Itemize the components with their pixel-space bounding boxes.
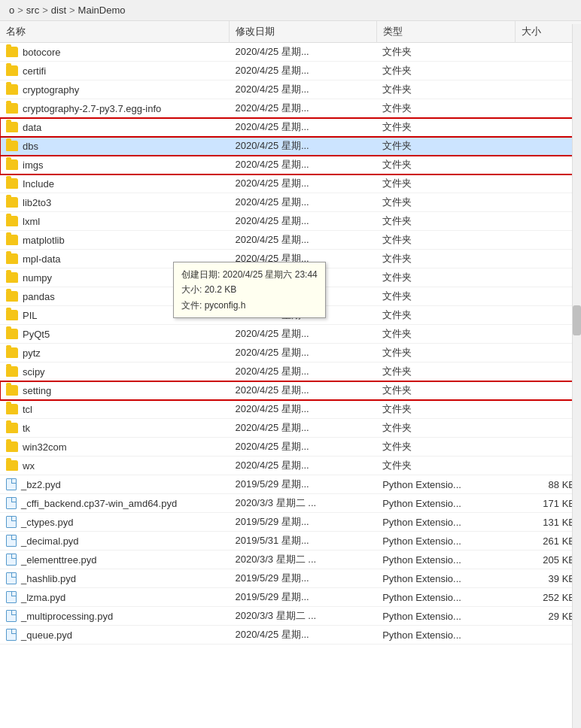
table-row[interactable]: mpl-data2020/4/25 星期...文件夹 <box>0 250 581 268</box>
table-row[interactable]: cryptography-2.7-py3.7.egg-info2020/4/25… <box>0 99 581 118</box>
folder-icon <box>6 235 18 245</box>
file-icon <box>6 478 17 490</box>
table-row[interactable]: lib2to32020/4/25 星期...文件夹 <box>0 193 581 212</box>
table-row[interactable]: pytz2020/4/25 星期...文件夹 <box>0 344 581 362</box>
folder-icon <box>6 84 18 95</box>
file-icon <box>6 554 17 566</box>
file-size <box>516 419 581 438</box>
col-header-name[interactable]: 名称 <box>0 21 229 43</box>
file-type: 文件夹 <box>376 174 516 193</box>
file-size <box>516 156 581 174</box>
table-row[interactable]: data2020/4/25 星期...文件夹 <box>0 118 581 137</box>
table-row[interactable]: _decimal.pyd2019/5/31 星期...Python Extens… <box>0 532 581 551</box>
scrollbar-track[interactable] <box>572 24 581 728</box>
file-size <box>516 99 581 118</box>
table-row[interactable]: _elementtree.pyd2020/3/3 星期二 ...Python E… <box>0 551 581 569</box>
file-date: 2020/4/25 星期... <box>229 381 376 400</box>
file-name: _ctypes.pyd <box>21 517 73 528</box>
file-date: 2020/4/25 星期... <box>229 231 376 250</box>
file-type: 文件夹 <box>376 381 516 400</box>
file-size: 39 KB <box>516 569 581 588</box>
file-date: 2020/3/3 星期二 ... <box>229 551 376 569</box>
file-name: certifi <box>23 65 46 77</box>
file-icon <box>6 591 17 603</box>
file-table: 名称 修改日期 类型 大小 botocore2020/4/25 星期...文件夹… <box>0 21 581 645</box>
table-row[interactable]: numpy2020/4/25 星期...文件夹 <box>0 268 581 287</box>
file-type: 文件夹 <box>376 62 516 80</box>
table-row[interactable]: _hashlib.pyd2019/5/29 星期...Python Extens… <box>0 569 581 588</box>
table-row[interactable]: _multiprocessing.pyd2020/3/3 星期二 ...Pyth… <box>0 607 581 626</box>
table-row[interactable]: tcl2020/4/25 星期...文件夹 <box>0 400 581 419</box>
folder-icon <box>6 65 18 76</box>
scrollbar-thumb[interactable] <box>573 305 581 335</box>
file-date: 2020/4/25 星期... <box>229 268 376 287</box>
file-date: 2020/4/25 星期... <box>229 626 376 645</box>
table-row[interactable]: certifi2020/4/25 星期...文件夹 <box>0 62 581 80</box>
file-date: 2020/4/25 星期... <box>229 344 376 362</box>
file-type: Python Extensio... <box>376 569 516 588</box>
table-row[interactable]: lxml2020/4/25 星期...文件夹 <box>0 212 581 231</box>
table-row[interactable]: wx2020/4/25 星期...文件夹 <box>0 457 581 475</box>
file-size <box>516 80 581 99</box>
table-row[interactable]: PyQt52020/4/25 星期...文件夹 <box>0 325 581 344</box>
file-size <box>516 626 581 645</box>
table-row[interactable]: _lzma.pyd2019/5/29 星期...Python Extensio.… <box>0 588 581 607</box>
file-type: 文件夹 <box>376 80 516 99</box>
file-name: _decimal.pyd <box>21 535 79 547</box>
file-name: tk <box>23 423 30 434</box>
file-type: 文件夹 <box>376 306 516 325</box>
file-icon <box>6 572 17 584</box>
file-size <box>516 457 581 475</box>
table-row[interactable]: matplotlib2020/4/25 星期...文件夹 <box>0 231 581 250</box>
file-icon <box>6 629 17 641</box>
col-header-date[interactable]: 修改日期 <box>229 21 376 43</box>
file-date: 2020/4/25 星期... <box>229 193 376 212</box>
table-row[interactable]: Include2020/4/25 星期...文件夹 <box>0 174 581 193</box>
table-row[interactable]: dbs2020/4/25 星期...文件夹 <box>0 137 581 156</box>
file-type: 文件夹 <box>376 43 516 62</box>
file-date: 2020/4/25 星期... <box>229 62 376 80</box>
file-date: 2020/4/25 星期... <box>229 419 376 438</box>
file-type: Python Extensio... <box>376 532 516 551</box>
table-row[interactable]: win32com2020/4/25 星期...文件夹 <box>0 438 581 457</box>
table-row[interactable]: PIL2020/4/25 星期...文件夹 <box>0 306 581 325</box>
table-row[interactable]: pandas2020/4/25 星期...文件夹 <box>0 287 581 306</box>
file-type: 文件夹 <box>376 118 516 137</box>
file-name: pandas <box>23 291 55 302</box>
file-size <box>516 231 581 250</box>
breadcrumb-item-3[interactable]: MainDemo <box>78 5 126 16</box>
table-row[interactable]: _cffi_backend.cp37-win_amd64.pyd2020/3/3… <box>0 494 581 513</box>
col-header-type[interactable]: 类型 <box>376 21 516 43</box>
table-row[interactable]: _ctypes.pyd2019/5/29 星期...Python Extensi… <box>0 513 581 532</box>
file-size <box>516 137 581 156</box>
breadcrumb-item-1[interactable]: src <box>26 5 39 16</box>
breadcrumb-bar: o > src > dist > MainDemo <box>0 0 581 21</box>
breadcrumb-item-0[interactable]: o <box>9 5 14 16</box>
col-header-size[interactable]: 大小 <box>516 21 581 43</box>
file-date: 2019/5/29 星期... <box>229 513 376 532</box>
table-row[interactable]: scipy2020/4/25 星期...文件夹 <box>0 362 581 381</box>
file-icon <box>6 497 17 509</box>
table-row[interactable]: botocore2020/4/25 星期...文件夹 <box>0 43 581 62</box>
breadcrumb-item-2[interactable]: dist <box>51 5 66 16</box>
file-name: data <box>23 122 41 133</box>
folder-icon <box>6 366 18 377</box>
table-header-row: 名称 修改日期 类型 大小 <box>0 21 581 43</box>
table-row[interactable]: cryptography2020/4/25 星期...文件夹 <box>0 80 581 99</box>
breadcrumb-sep-2: > <box>69 5 75 16</box>
file-type: 文件夹 <box>376 344 516 362</box>
file-date: 2020/4/25 星期... <box>229 362 376 381</box>
file-name: numpy <box>23 272 52 284</box>
file-name: setting <box>23 385 51 396</box>
file-type: 文件夹 <box>376 99 516 118</box>
table-row[interactable]: _queue.pyd2020/4/25 星期...Python Extensio… <box>0 626 581 645</box>
folder-icon <box>6 347 18 358</box>
file-size <box>516 344 581 362</box>
table-row[interactable]: _bz2.pyd2019/5/29 星期...Python Extensio..… <box>0 475 581 494</box>
file-name: mpl-data <box>23 253 61 265</box>
file-date: 2019/5/29 星期... <box>229 588 376 607</box>
table-row[interactable]: imgs2020/4/25 星期...文件夹 <box>0 156 581 174</box>
table-row[interactable]: setting2020/4/25 星期...文件夹 <box>0 381 581 400</box>
table-row[interactable]: tk2020/4/25 星期...文件夹 <box>0 419 581 438</box>
file-name: cryptography-2.7-py3.7.egg-info <box>23 103 161 114</box>
